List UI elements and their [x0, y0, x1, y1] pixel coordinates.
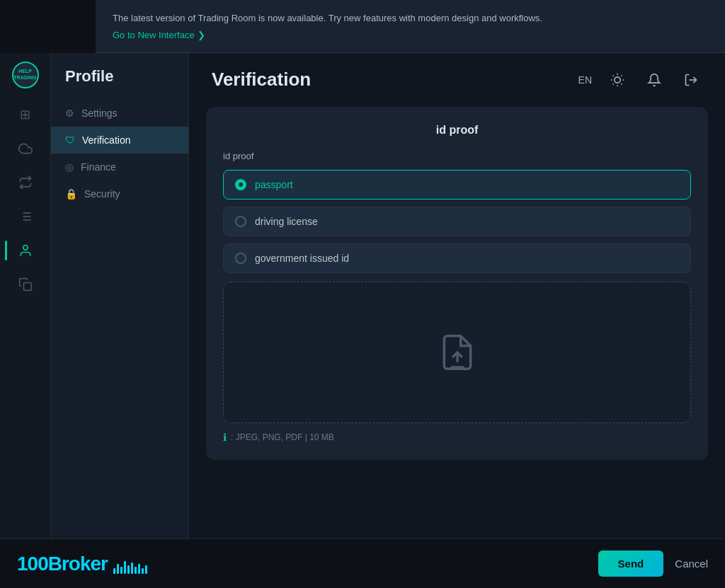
settings-icon: ⚙ [65, 108, 74, 119]
option-government-id[interactable]: government issued id [223, 243, 691, 273]
language-selector[interactable]: EN [578, 74, 592, 86]
brand-name: 100Broker [17, 553, 108, 575]
profile-sidebar-title: Profile [51, 67, 188, 100]
svg-rect-7 [23, 282, 31, 290]
content-header: Verification EN [189, 53, 725, 107]
bottom-bar: 100Broker Send Cancel [0, 538, 725, 588]
logo-area: HELP TRADING [12, 62, 39, 88]
brand-chart [113, 554, 147, 574]
link-arrow-icon: ❯ [198, 30, 205, 40]
file-info-text: : JPEG, PNG, PDF | 10 MB [231, 432, 334, 442]
sidebar-menu-finance-label: Finance [81, 161, 116, 173]
brightness-button[interactable] [606, 69, 629, 91]
sidebar-item-list[interactable] [11, 202, 40, 231]
profile-sidebar: Profile ⚙ Settings 🛡 Verification ◎ Fina… [51, 53, 189, 560]
radio-dot-passport [235, 179, 246, 190]
chart-bar [117, 564, 119, 574]
icon-sidebar: HELP TRADING ⊞ [0, 53, 51, 560]
sidebar-item-dashboard[interactable]: ⊞ [11, 100, 40, 129]
svg-point-6 [23, 245, 28, 250]
send-button[interactable]: Send [598, 550, 664, 577]
logo: HELP TRADING [12, 62, 39, 88]
sidebar-menu-security-label: Security [84, 188, 120, 200]
id-proof-card: id proof id proof passport driving licen… [206, 107, 708, 460]
card-title: id proof [223, 124, 691, 137]
option-driving-license[interactable]: driving license [223, 207, 691, 236]
sidebar-menu-settings[interactable]: ⚙ Settings [51, 100, 188, 127]
option-gov-label: government issued id [255, 253, 349, 264]
security-icon: 🔒 [65, 188, 77, 200]
cancel-button[interactable]: Cancel [675, 558, 708, 570]
chart-bar [131, 563, 133, 574]
go-to-new-interface-text: Go to New Interface [113, 30, 195, 40]
upload-icon [438, 333, 477, 372]
chart-bar [124, 561, 126, 574]
sidebar-menu-verification-label: Verification [82, 134, 130, 146]
chart-bar [113, 568, 115, 574]
banner-message: The latest version of Trading Room is no… [113, 11, 708, 25]
chart-bar [138, 564, 140, 574]
svg-line-11 [613, 75, 614, 76]
option-passport[interactable]: passport [223, 170, 691, 200]
option-driving-label: driving license [255, 216, 318, 227]
option-passport-label: passport [255, 179, 293, 190]
chart-bar [145, 565, 147, 574]
sidebar-menu-settings-label: Settings [81, 108, 118, 119]
info-icon: ℹ [223, 432, 227, 443]
sidebar-item-copy[interactable] [11, 270, 40, 299]
page-title: Verification [212, 69, 311, 91]
sidebar-item-profile[interactable] [11, 236, 40, 265]
sidebar-item-transfer[interactable] [11, 168, 40, 197]
sidebar-item-cloud[interactable] [11, 134, 40, 163]
chart-bar [135, 567, 137, 574]
verification-icon: 🛡 [65, 134, 75, 146]
file-info: ℹ : JPEG, PNG, PDF | 10 MB [223, 432, 691, 443]
sidebar-menu-finance[interactable]: ◎ Finance [51, 154, 188, 180]
header-icons: EN [578, 69, 702, 91]
chart-bar [142, 568, 144, 574]
sidebar-menu-security[interactable]: 🔒 Security [51, 180, 188, 207]
radio-dot-gov [235, 253, 246, 264]
sidebar-menu-verification[interactable]: 🛡 Verification [51, 127, 188, 154]
notification-button[interactable] [643, 69, 666, 91]
chart-bar [120, 567, 122, 574]
radio-dot-driving [235, 216, 246, 227]
svg-line-12 [621, 83, 622, 84]
logout-button[interactable] [680, 69, 702, 91]
finance-icon: ◎ [65, 161, 74, 173]
svg-line-15 [613, 83, 614, 84]
brand-area: 100Broker [17, 553, 147, 575]
main-content: Verification EN [189, 53, 725, 560]
chart-bar [127, 565, 130, 574]
svg-line-16 [621, 75, 622, 76]
top-banner: The latest version of Trading Room is no… [96, 0, 725, 53]
main-layout: HELP TRADING ⊞ Profile ⚙ Settings 🛡 Veri… [0, 53, 725, 560]
go-to-new-interface-link[interactable]: Go to New Interface ❯ [113, 30, 205, 40]
svg-point-8 [615, 76, 620, 82]
field-label: id proof [223, 151, 691, 161]
file-upload-area[interactable] [223, 282, 691, 423]
